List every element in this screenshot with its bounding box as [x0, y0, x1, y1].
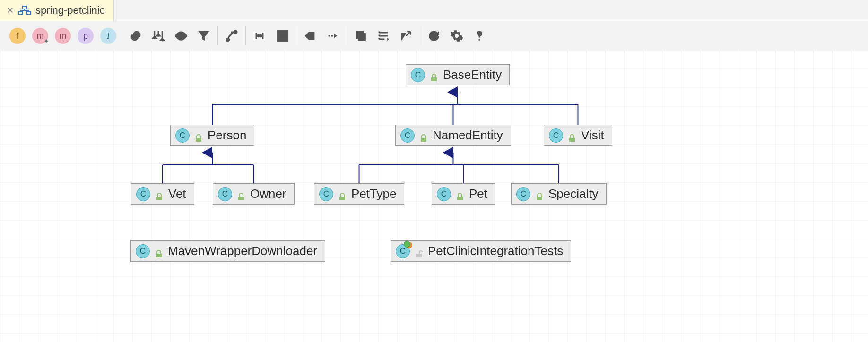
filter-button[interactable] — [196, 28, 212, 44]
class-node-mavenWrapperDownloader[interactable]: CMavenWrapperDownloader — [130, 240, 325, 262]
svg-rect-15 — [569, 138, 575, 142]
svg-rect-12 — [431, 77, 437, 81]
class-name-label: Person — [208, 128, 246, 143]
svg-rect-21 — [156, 254, 162, 257]
class-name-label: Owner — [250, 187, 286, 201]
package-private-icon — [415, 247, 423, 256]
class-icon: C — [437, 187, 451, 201]
svg-rect-16 — [156, 197, 162, 200]
svg-rect-1 — [19, 12, 23, 15]
filter-inner-classes-button[interactable]: I — [100, 28, 116, 44]
class-node-baseEntity[interactable]: CBaseEntity — [406, 64, 510, 86]
public-icon — [237, 190, 245, 198]
export-button[interactable] — [398, 28, 414, 44]
svg-rect-18 — [339, 197, 345, 200]
filter-methods-button[interactable]: m — [55, 28, 71, 44]
class-name-label: Specialty — [548, 187, 599, 201]
class-node-owner[interactable]: COwner — [213, 183, 295, 205]
class-name-label: BaseEntity — [443, 68, 502, 82]
svg-point-4 — [226, 38, 229, 41]
class-icon: C — [400, 128, 415, 143]
filter-fields-button[interactable]: f — [9, 28, 26, 44]
edit-button[interactable] — [375, 28, 391, 44]
class-node-visit[interactable]: CVisit — [544, 125, 612, 146]
class-node-petClinicIntegrationTests[interactable]: CPetClinicIntegrationTests — [391, 240, 571, 262]
public-icon — [155, 247, 163, 256]
svg-rect-13 — [196, 138, 201, 142]
svg-rect-19 — [457, 197, 463, 200]
diagram-icon — [18, 6, 31, 15]
class-icon: C — [549, 128, 563, 143]
class-node-pet[interactable]: CPet — [432, 183, 495, 205]
class-node-petType[interactable]: CPetType — [314, 183, 404, 205]
class-icon: C — [516, 187, 530, 201]
show-parents-button[interactable] — [302, 28, 318, 44]
svg-rect-2 — [26, 12, 30, 15]
show-dependencies-button[interactable] — [128, 28, 144, 44]
svg-point-11 — [478, 39, 480, 41]
actual-size-button[interactable] — [252, 28, 268, 44]
class-icon: C — [411, 68, 425, 82]
tab-spring-petclinic[interactable]: ✕ spring-petclinic — [0, 0, 114, 21]
class-icon: C — [319, 187, 333, 201]
class-icon: C — [175, 128, 190, 143]
public-icon — [456, 190, 464, 198]
public-icon — [568, 131, 576, 140]
class-node-vet[interactable]: CVet — [131, 183, 194, 205]
svg-point-5 — [234, 31, 237, 34]
public-icon — [535, 190, 544, 198]
class-name-label: PetType — [351, 187, 396, 201]
public-icon — [430, 71, 438, 79]
diagram-canvas[interactable]: CBaseEntityCPersonCNamedEntityCVisitCVet… — [0, 50, 868, 342]
class-name-label: MavenWrapperDownloader — [168, 244, 317, 258]
class-icon: C — [136, 187, 150, 201]
svg-rect-0 — [23, 6, 26, 9]
svg-point-3 — [180, 34, 183, 38]
class-icon: C — [396, 244, 410, 258]
close-icon[interactable]: ✕ — [7, 5, 14, 16]
class-icon: C — [218, 187, 232, 201]
public-icon — [338, 190, 347, 198]
class-name-label: Vet — [168, 187, 186, 201]
svg-rect-22 — [416, 254, 422, 257]
tab-bar: ✕ spring-petclinic — [0, 0, 868, 21]
svg-rect-14 — [421, 138, 426, 142]
filter-properties-button[interactable]: p — [78, 28, 94, 44]
public-icon — [194, 131, 203, 140]
settings-button[interactable] — [449, 28, 465, 44]
class-name-label: PetClinicIntegrationTests — [428, 244, 563, 258]
show-implementations-button[interactable] — [325, 28, 341, 44]
show-visibility-button[interactable] — [173, 28, 189, 44]
refresh-button[interactable] — [426, 28, 442, 44]
filter-constructors-button[interactable]: m✦ — [32, 28, 48, 44]
public-icon — [419, 131, 428, 140]
layout-button[interactable] — [150, 28, 166, 44]
toolbar: f m✦ m p I — [0, 21, 868, 51]
svg-rect-20 — [537, 197, 542, 200]
public-icon — [155, 190, 164, 198]
class-name-label: Pet — [469, 187, 487, 201]
class-node-namedEntity[interactable]: CNamedEntity — [395, 125, 511, 146]
svg-rect-17 — [238, 197, 244, 200]
class-icon: C — [136, 244, 150, 258]
svg-point-6 — [258, 35, 260, 37]
class-name-label: NamedEntity — [433, 128, 503, 143]
class-node-person[interactable]: CPerson — [170, 125, 254, 146]
class-name-label: Visit — [581, 128, 604, 143]
svg-point-7 — [260, 35, 262, 37]
class-node-specialty[interactable]: CSpecialty — [511, 183, 607, 205]
help-button[interactable] — [471, 28, 487, 44]
fit-content-button[interactable] — [274, 28, 290, 44]
copy-button[interactable] — [353, 28, 369, 44]
svg-rect-9 — [281, 35, 286, 39]
route-edges-button[interactable] — [224, 28, 240, 44]
tab-title: spring-petclinic — [35, 4, 105, 17]
